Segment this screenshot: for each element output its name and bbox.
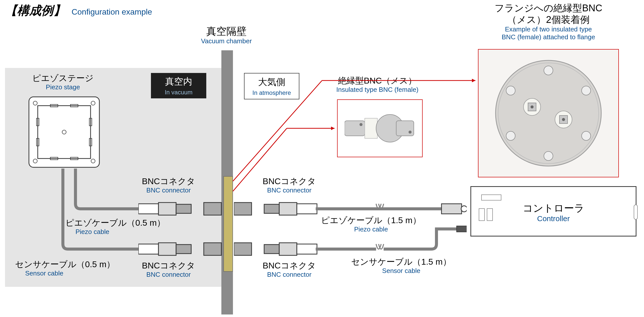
sensor-cable-atm-label: センサケーブル（1.5 m） Sensor cable <box>345 257 458 275</box>
flange-bnc-en1: Example of two insulated type <box>470 25 626 33</box>
svg-point-47 <box>506 131 515 140</box>
svg-point-45 <box>506 86 515 95</box>
flange-icon <box>488 55 609 171</box>
piezo-cable-atm-en: Piezo cable <box>314 225 428 233</box>
svg-rect-27 <box>234 243 252 255</box>
bnc-label-lower-right: BNCコネクタ BNC connector <box>252 260 327 279</box>
svg-rect-30 <box>297 244 317 254</box>
title-jp: 【構成例】 <box>5 4 65 17</box>
svg-rect-28 <box>264 245 279 254</box>
svg-point-41 <box>496 60 601 166</box>
insulated-bnc-jp: 絶縁型BNC（メス） <box>317 75 438 86</box>
bnc-lr-jp: BNCコネクタ <box>252 260 327 271</box>
svg-rect-39 <box>396 121 414 136</box>
bnc-label-lower-left: BNCコネクタ BNC connector <box>131 260 206 279</box>
piezo-cable-vac-en: Piezo cable <box>75 228 174 236</box>
piezo-stage-en: Piezo stage <box>20 83 106 91</box>
piezo-cable-atm-label: ピエゾケーブル（1.5 m） Piezo cable <box>314 215 428 233</box>
piezo-stage-label: ピエゾステージ Piezo stage <box>20 73 106 91</box>
svg-rect-20 <box>264 204 279 213</box>
sensor-cable-atm-en: Sensor cable <box>345 267 458 275</box>
bnc-female-icon <box>345 111 415 146</box>
svg-rect-29 <box>279 243 297 255</box>
svg-point-43 <box>544 66 553 75</box>
bnc-ul-jp: BNCコネクタ <box>131 176 206 186</box>
svg-point-46 <box>582 86 591 95</box>
bnc-ll-jp: BNCコネクタ <box>131 260 206 271</box>
in-atmosphere-en: In atmosphere <box>249 89 294 96</box>
svg-point-44 <box>544 151 553 161</box>
sensor-cable-atm-jp: センサケーブル（1.5 m） <box>345 257 458 267</box>
flange-bnc-en2: BNC (female) attached to flange <box>470 33 626 41</box>
piezo-stage-icon <box>28 96 101 169</box>
bnc-connector-upper-right-icon <box>234 199 319 219</box>
controller-en: Controller <box>471 214 636 223</box>
svg-rect-15 <box>138 204 158 214</box>
svg-rect-24 <box>158 243 176 255</box>
svg-point-36 <box>359 123 363 126</box>
insulated-bnc-label: 絶縁型BNC（メス） Insulated type BNC (female) <box>317 75 438 94</box>
bnc-connector-lower-right-icon <box>234 239 319 259</box>
bnc-connector-lower-left-icon <box>138 239 224 259</box>
bnc-lr-en: BNC connector <box>252 271 327 279</box>
svg-rect-0 <box>29 97 99 167</box>
flange-bnc-jp1: フランジへの絶縁型BNC <box>470 3 626 14</box>
piezo-stage-jp: ピエゾステージ <box>20 73 106 83</box>
vacuum-wall-label: 真空隔壁 Vacuum chamber <box>176 25 277 45</box>
bnc-ul-en: BNC connector <box>131 186 206 194</box>
in-atmosphere-badge: 大気側 In atmosphere <box>244 73 299 99</box>
piezo-cable-vac-label: ピエゾケーブル（0.5 m） Piezo cable <box>65 218 174 236</box>
flange-bnc-label: フランジへの絶縁型BNC （メス）2個装着例 Example of two in… <box>470 3 626 41</box>
title: 【構成例】 Configuration example <box>5 3 152 19</box>
in-vacuum-en: In vacuum <box>155 89 202 96</box>
sensor-cable-vac-label: センサケーブル（0.5 m） Sensor cable <box>15 259 123 277</box>
svg-point-48 <box>582 131 591 140</box>
svg-rect-32 <box>441 204 462 214</box>
in-vacuum-jp: 真空内 <box>165 76 192 87</box>
flange-bnc-photo <box>478 49 619 177</box>
svg-rect-18 <box>204 203 221 215</box>
svg-marker-60 <box>472 79 475 82</box>
svg-point-33 <box>461 206 467 212</box>
svg-point-40 <box>409 131 412 134</box>
flange-plate <box>223 176 233 272</box>
svg-rect-17 <box>176 204 191 213</box>
in-atmosphere-jp: 大気側 <box>258 77 285 87</box>
controller-box: コントローラ Controller <box>470 186 636 236</box>
svg-point-54 <box>562 118 565 121</box>
svg-rect-37 <box>365 118 377 138</box>
svg-rect-25 <box>176 245 191 254</box>
piezo-cable-atm-jp: ピエゾケーブル（1.5 m） <box>314 215 428 225</box>
in-vacuum-badge: 真空内 In vacuum <box>151 73 206 98</box>
bnc-label-upper-right: BNCコネクタ BNC connector <box>252 176 327 194</box>
flange-bnc-jp2: （メス）2個装着例 <box>470 14 626 26</box>
svg-point-51 <box>531 105 534 108</box>
svg-marker-57 <box>331 127 335 130</box>
title-en: Configuration example <box>71 7 152 16</box>
sensor-cable-vac-en: Sensor cable <box>25 269 123 277</box>
vacuum-wall-jp: 真空隔壁 <box>176 25 277 37</box>
controller-jp: コントローラ <box>471 202 636 214</box>
vacuum-wall-en: Vacuum chamber <box>176 37 277 45</box>
bnc-ur-jp: BNCコネクタ <box>252 176 327 186</box>
svg-rect-34 <box>457 226 467 232</box>
insulated-bnc-en: Insulated type BNC (female) <box>317 86 438 94</box>
bnc-connector-upper-left-icon <box>138 199 224 219</box>
insulated-bnc-photo <box>337 99 423 157</box>
bnc-ur-en: BNC connector <box>252 186 327 194</box>
svg-rect-16 <box>158 203 176 215</box>
svg-rect-21 <box>279 203 297 215</box>
svg-rect-35 <box>345 121 365 136</box>
sensor-cable-vac-jp: センサケーブル（0.5 m） <box>15 259 123 269</box>
bnc-ll-en: BNC connector <box>131 271 206 279</box>
bnc-label-upper-left: BNCコネクタ BNC connector <box>131 176 206 194</box>
svg-rect-22 <box>297 204 317 214</box>
svg-rect-26 <box>204 243 221 255</box>
svg-rect-23 <box>138 244 158 254</box>
svg-rect-19 <box>234 203 252 215</box>
piezo-cable-vac-jp: ピエゾケーブル（0.5 m） <box>65 218 174 228</box>
